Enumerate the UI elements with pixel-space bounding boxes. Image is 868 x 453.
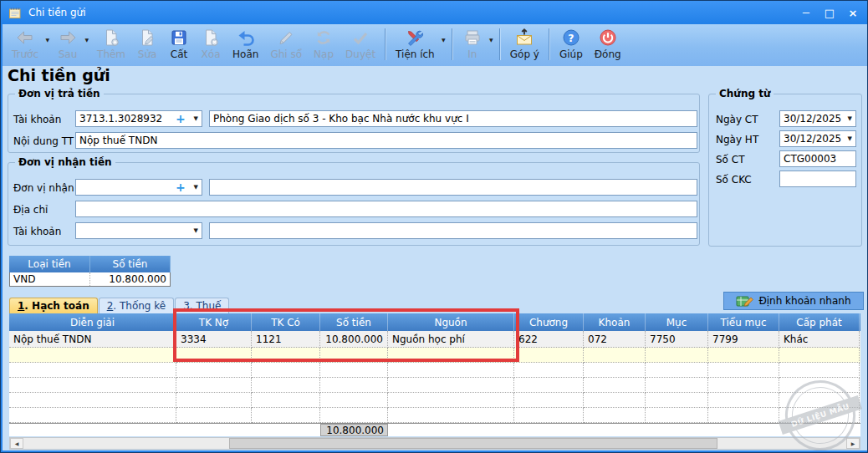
grid-cell[interactable]	[320, 393, 388, 408]
grid-cell[interactable]	[514, 348, 584, 363]
approve-button[interactable]: Duyệt	[340, 26, 381, 61]
payee-unit-combo[interactable]: + ▼	[75, 179, 202, 196]
payee-unit-name-field[interactable]	[209, 179, 697, 196]
grid-cell[interactable]	[9, 393, 176, 408]
chevron-down-icon[interactable]: ▼	[84, 37, 89, 43]
grid-cell[interactable]	[584, 393, 646, 408]
grid-cell[interactable]	[9, 408, 176, 423]
chevron-down-icon[interactable]: ▼	[194, 227, 198, 234]
chevron-down-icon[interactable]: ▼	[848, 115, 852, 122]
grid-cell[interactable]	[646, 378, 708, 393]
grid-cell[interactable]	[779, 363, 860, 378]
grid-cell[interactable]: 072	[584, 331, 646, 348]
grid-cell[interactable]: 1121	[252, 331, 320, 348]
post-ledger-button[interactable]: Ghi sổ	[264, 26, 308, 61]
edit-button[interactable]: Sửa	[131, 26, 163, 61]
payment-content-field[interactable]: Nộp thuế TNDN	[75, 132, 697, 149]
grid-cell[interactable]	[176, 408, 252, 423]
grid-cell[interactable]: Nộp thuế TNDN	[9, 331, 176, 348]
grid-cell[interactable]	[646, 348, 708, 363]
scroll-right-icon[interactable]: ▶	[846, 438, 860, 449]
grid-cell[interactable]	[708, 408, 779, 423]
grid-cell[interactable]: 10.800.000	[320, 331, 388, 348]
grid-cell[interactable]	[779, 393, 860, 408]
quick-entry-button[interactable]: Định khoản nhanh	[723, 292, 864, 310]
grid-cell[interactable]	[584, 378, 646, 393]
grid-cell[interactable]	[584, 408, 646, 423]
grid-cell[interactable]	[514, 378, 584, 393]
table-row[interactable]: Nộp thuế TNDN 3334 1121 10.800.000 Nguồn…	[9, 331, 860, 348]
payer-account-combo[interactable]: 3713.1.3028932 + ▼	[75, 110, 202, 127]
grid-cell[interactable]	[388, 378, 514, 393]
grid-cell[interactable]	[252, 393, 320, 408]
scrollbar-thumb[interactable]	[229, 438, 717, 449]
currency-type-cell[interactable]: VND	[10, 272, 90, 286]
chevron-down-icon[interactable]: ▼	[45, 37, 49, 43]
undo-button[interactable]: Hoãn	[227, 26, 264, 61]
payer-account-name-field[interactable]: Phòng Giao dịch số 3 - Kho bạc Nhà nước …	[209, 110, 697, 127]
tab-thue[interactable]: 3. Thuế	[175, 298, 229, 314]
grid-cell[interactable]	[779, 378, 860, 393]
feedback-button[interactable]: Góp ý	[504, 26, 545, 61]
grid-cell[interactable]	[388, 363, 514, 378]
utilities-button[interactable]: ▼ Tiện ích	[390, 26, 448, 61]
add-button[interactable]: Thêm	[91, 26, 131, 61]
grid-cell[interactable]	[252, 363, 320, 378]
help-button[interactable]: ? Giúp	[554, 26, 589, 61]
ckc-number-field[interactable]	[779, 171, 856, 187]
grid-cell[interactable]: Nguồn học phí	[388, 331, 514, 348]
tab-hach-toan[interactable]: 1. Hạch toán	[9, 298, 98, 314]
grid-cell[interactable]	[708, 363, 779, 378]
grid-cell[interactable]	[320, 408, 388, 423]
grid-cell[interactable]	[252, 408, 320, 423]
table-row[interactable]	[9, 408, 860, 423]
grid-cell[interactable]	[779, 408, 860, 423]
grid-cell[interactable]	[320, 378, 388, 393]
table-row[interactable]	[9, 363, 860, 378]
forward-button[interactable]: ▼ Sau	[52, 26, 91, 61]
grid-cell[interactable]	[646, 363, 708, 378]
payee-address-field[interactable]	[75, 201, 697, 217]
chevron-down-icon[interactable]: ▼	[442, 37, 446, 43]
grid-cell[interactable]	[9, 378, 176, 393]
grid-cell[interactable]	[514, 393, 584, 408]
grid-cell[interactable]	[388, 348, 514, 363]
grid-cell[interactable]	[646, 408, 708, 423]
grid-cell[interactable]	[9, 363, 176, 378]
grid-cell[interactable]	[176, 363, 252, 378]
grid-hscrollbar[interactable]: ◀ ▶	[9, 437, 860, 450]
grid-cell[interactable]	[708, 393, 779, 408]
minimize-icon[interactable]: ─	[799, 6, 814, 19]
grid-cell[interactable]	[514, 408, 584, 423]
scroll-left-icon[interactable]: ◀	[10, 438, 23, 449]
chevron-down-icon[interactable]: ▼	[194, 115, 198, 122]
grid-cell[interactable]	[388, 393, 514, 408]
reload-button[interactable]: Nạp	[308, 26, 340, 61]
maximize-icon[interactable]: □	[822, 6, 837, 19]
back-button[interactable]: ▼ Trước	[6, 26, 52, 61]
chevron-down-icon[interactable]: ▼	[194, 184, 198, 191]
grid-cell[interactable]	[252, 348, 320, 363]
grid-cell[interactable]	[514, 363, 584, 378]
grid-cell[interactable]	[646, 393, 708, 408]
chevron-down-icon[interactable]: ▼	[848, 135, 852, 142]
grid-cell[interactable]	[176, 393, 252, 408]
delete-button[interactable]: Xóa	[195, 26, 227, 61]
grid-cell[interactable]: 7750	[646, 331, 708, 348]
grid-cell[interactable]	[176, 378, 252, 393]
grid-cell[interactable]	[320, 363, 388, 378]
grid-cell[interactable]: 3334	[176, 331, 252, 348]
grid-cell[interactable]	[252, 378, 320, 393]
print-button[interactable]: ▼ In	[457, 26, 496, 61]
grid-cell[interactable]	[320, 348, 388, 363]
grid-cell[interactable]	[388, 408, 514, 423]
grid-cell[interactable]	[708, 348, 779, 363]
doc-date-select[interactable]: 30/12/2025 ▼	[779, 110, 856, 127]
save-button[interactable]: Cất	[163, 26, 195, 61]
add-account-icon[interactable]: +	[176, 112, 186, 125]
grid-cell[interactable]: 7799	[708, 331, 779, 348]
grid-cell[interactable]	[779, 348, 860, 363]
posting-date-select[interactable]: 30/12/2025 ▼	[779, 130, 856, 147]
grid-cell[interactable]	[584, 348, 646, 363]
add-unit-icon[interactable]: +	[176, 181, 186, 194]
